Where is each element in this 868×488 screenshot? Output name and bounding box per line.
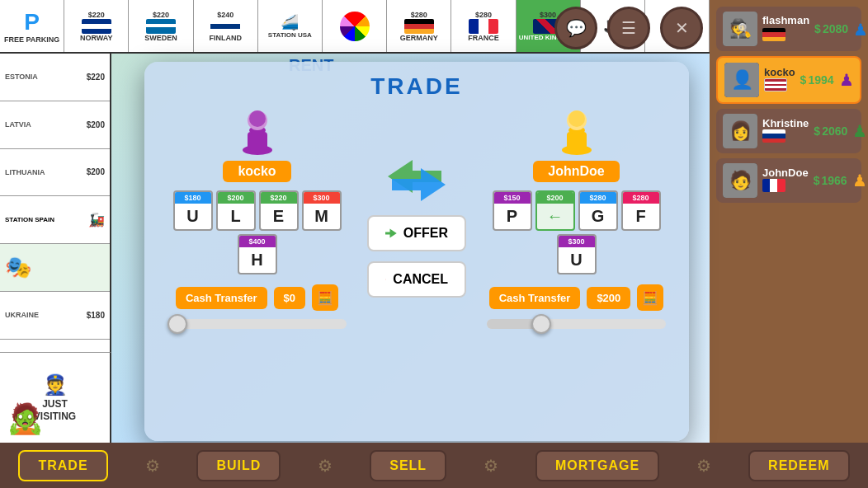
flag-johndoe	[762, 179, 785, 192]
player-card-kocko: 👤 kocko $ 1994 ♟	[716, 56, 861, 104]
bottom-divider-3: ⚙	[484, 456, 498, 476]
svg-marker-7	[385, 228, 397, 237]
left-cell-estonia: ESTONIA $220	[0, 54, 110, 101]
property-tile-kocko-E[interactable]: $220 E	[259, 190, 299, 231]
bottom-divider-1: ⚙	[145, 456, 160, 476]
left-cell-latvia: LATVIA $200	[0, 101, 110, 149]
player-name-flashman: flashman	[762, 14, 809, 26]
property-tile-johndoe-G[interactable]: $280 G	[578, 190, 618, 231]
middle-controls: OFFER CANCEL	[363, 106, 470, 298]
top-cell-france: $280 FRANCE	[451, 0, 516, 52]
offer-button[interactable]: OFFER	[367, 215, 466, 251]
top-cell-finland: $240 FINLAND	[194, 0, 258, 52]
top-right-buttons: 💬 ☰ ✕	[554, 7, 703, 49]
player-info-flashman: flashman	[762, 14, 809, 45]
player-name-khristine: Khristine	[762, 117, 809, 129]
cash-transfer-kocko: Cash Transfer $0 🧮	[158, 284, 356, 311]
property-tile-kocko-L[interactable]: $200 L	[216, 190, 256, 231]
left-cell-station: STATION SPAIN 🚂	[0, 196, 110, 244]
cancel-icon	[385, 271, 386, 288]
pawn-flashman: ♟	[853, 20, 868, 38]
svg-rect-11	[567, 132, 587, 150]
player-info-kocko: kocko	[764, 66, 795, 95]
calculator-btn-kocko[interactable]: 🧮	[312, 284, 338, 311]
player-card-khristine: 👩 Khristine $ 2060 ♟	[716, 109, 861, 153]
property-tile-kocko-U[interactable]: $180 U	[173, 190, 213, 231]
mortgage-button[interactable]: MORTGAGE	[535, 450, 659, 481]
dialog-title: TRADE	[144, 62, 689, 106]
sidebar: 🕵 flashman $ 2080 ♟ 👤 kocko $ 1994 ♟ 👩	[710, 0, 868, 443]
redeem-button[interactable]: REDEEM	[748, 450, 849, 481]
svg-rect-1	[248, 132, 267, 150]
cash-label-kocko: Cash Transfer	[176, 287, 267, 309]
bottom-divider-2: ⚙	[318, 456, 333, 476]
svg-point-14	[568, 110, 585, 127]
cash-transfer-johndoe: Cash Transfer $200 🧮	[477, 284, 676, 311]
parking-cell: P FREE PARKING	[0, 0, 64, 52]
top-cell-germany: $280 GERMANY	[387, 0, 451, 52]
player-info-johndoe: JohnDoe	[762, 167, 809, 195]
money-flashman: $ 2080	[814, 22, 848, 35]
calculator-icon-kocko: 🧮	[317, 290, 333, 306]
property-tile-kocko-M[interactable]: $300 M	[302, 190, 342, 231]
cash-value-johndoe: $200	[587, 287, 630, 309]
slider-johndoe[interactable]	[487, 319, 666, 329]
slider-kocko[interactable]	[167, 319, 347, 329]
money-khristine: $ 2060	[814, 124, 847, 138]
property-tile-johndoe-arrow[interactable]: $200 ←	[535, 190, 575, 231]
top-cell-norway: $220 NORWAY	[64, 0, 129, 52]
pawn-kocko-dialog	[237, 106, 278, 156]
menu-button[interactable]: ☰	[607, 7, 650, 49]
avatar-johndoe: 🧑	[723, 163, 757, 198]
pawn-johndoe-dialog	[556, 106, 597, 156]
pawn-johndoe: ♟	[852, 171, 867, 190]
pawn-kocko: ♟	[839, 70, 854, 90]
cancel-button[interactable]: CANCEL	[367, 261, 466, 298]
property-grid-kocko: $180 U $200 L $220 E $300 M $400 H	[167, 190, 348, 274]
money-kocko: $ 1994	[800, 73, 834, 87]
chat-icon: 💬	[566, 18, 587, 38]
calculator-icon-johndoe: 🧮	[642, 290, 658, 306]
trade-dialog: TRADE kocko $180 U	[144, 62, 689, 441]
player-label-johndoe: JohnDoe	[533, 161, 619, 182]
bottom-divider-4: ⚙	[696, 456, 711, 476]
property-tile-johndoe-U2[interactable]: $300 U	[557, 234, 597, 274]
flag-khristine	[762, 129, 785, 143]
money-johndoe: $ 1966	[814, 174, 847, 187]
chat-button[interactable]: 💬	[554, 7, 597, 49]
offer-icon	[385, 225, 397, 242]
jail-corner: 👮 JUSTVISITING 🧟	[0, 352, 111, 443]
sell-button[interactable]: SELL	[370, 450, 446, 481]
trade-button[interactable]: TRADE	[18, 450, 107, 481]
svg-point-4	[249, 110, 266, 127]
bottom-bar: TRADE ⚙ BUILD ⚙ SELL ⚙ MORTGAGE ⚙ REDEEM	[0, 443, 868, 488]
flag-flashman	[762, 28, 785, 41]
left-cell-ukraine: UKRAINE $180	[0, 292, 110, 340]
avatar-flashman: 🕵	[723, 12, 757, 46]
player-card-johndoe: 🧑 JohnDoe $ 1966 ♟	[716, 158, 861, 203]
top-cell-station: 🚄 STATION USA	[258, 0, 323, 52]
cash-label-johndoe: Cash Transfer	[489, 287, 581, 309]
player-section-kocko: kocko $180 U $200 L $220 E $300 M	[158, 106, 356, 329]
calculator-btn-johndoe[interactable]: 🧮	[637, 284, 663, 311]
left-cell-lithuania: LITHUANIA $200	[0, 149, 110, 197]
build-button[interactable]: BUILD	[196, 450, 281, 481]
player-name-johndoe: JohnDoe	[762, 167, 809, 179]
slider-thumb-kocko[interactable]	[167, 314, 187, 334]
property-tile-johndoe-F[interactable]: $280 F	[621, 190, 661, 231]
close-icon: ✕	[675, 18, 689, 38]
player-label-kocko: kocko	[223, 161, 290, 182]
dialog-body: kocko $180 U $200 L $220 E $300 M	[144, 106, 689, 441]
property-tile-kocko-H[interactable]: $400 H	[238, 234, 277, 274]
player-card-flashman: 🕵 flashman $ 2080 ♟	[716, 7, 861, 51]
pawn-khristine: ♟	[852, 121, 867, 141]
cash-value-kocko: $0	[274, 287, 305, 309]
property-tile-johndoe-P[interactable]: $150 P	[493, 190, 532, 231]
avatar-khristine: 👩	[723, 114, 757, 148]
slider-thumb-johndoe[interactable]	[531, 314, 551, 334]
player-info-khristine: Khristine	[762, 117, 809, 146]
top-cell-chance	[323, 0, 387, 52]
trade-arrows	[388, 156, 446, 205]
property-grid-johndoe: $150 P $200 ← $280 G $280 F $300 U	[486, 190, 668, 274]
close-button[interactable]: ✕	[660, 7, 703, 49]
